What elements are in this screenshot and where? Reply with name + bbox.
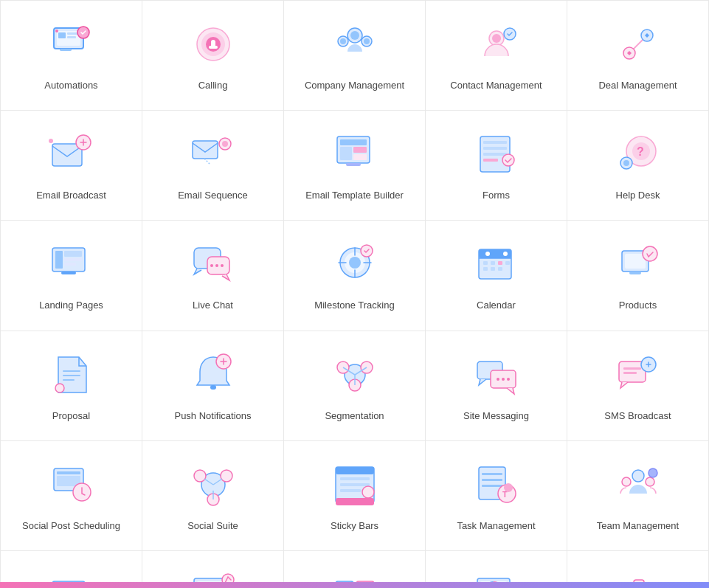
- grid-item-deal-management[interactable]: Deal Management: [567, 1, 709, 111]
- svg-rect-48: [55, 251, 63, 269]
- grid-item-sms-broadcast[interactable]: SMS Broadcast: [567, 331, 709, 441]
- grid-item-social-post-scheduling[interactable]: Social Post Scheduling: [1, 441, 142, 551]
- svg-rect-49: [64, 251, 82, 257]
- svg-rect-72: [491, 267, 495, 271]
- svg-rect-67: [483, 261, 488, 265]
- svg-rect-32: [340, 147, 352, 160]
- svg-rect-40: [483, 159, 498, 162]
- live-chat-label: Live Chat: [193, 299, 233, 312]
- grid-item-segmentation[interactable]: Segmentation: [284, 331, 426, 441]
- grid-item-landing-pages[interactable]: Landing Pages: [1, 221, 142, 331]
- automations-icon: [46, 18, 97, 70]
- svg-rect-118: [482, 485, 502, 487]
- svg-point-114: [362, 486, 374, 498]
- grid-item-proposal[interactable]: Proposal: [1, 331, 142, 441]
- grid-item-help-desk[interactable]: ? Help Desk: [567, 111, 709, 221]
- task-management-label: Task Management: [457, 519, 535, 533]
- products-label: Products: [619, 299, 657, 312]
- svg-point-95: [507, 378, 510, 381]
- milestone-tracking-label: Milestone Tracking: [314, 299, 394, 312]
- svg-point-18: [364, 38, 370, 44]
- grid-item-site-messaging[interactable]: Site Messaging: [426, 331, 567, 441]
- svg-rect-112: [340, 483, 370, 486]
- team-management-label: Team Management: [597, 519, 679, 533]
- svg-rect-99: [623, 372, 637, 374]
- svg-rect-77: [629, 271, 641, 274]
- sticky-bars-icon: [329, 459, 381, 511]
- segmentation-icon: [329, 349, 381, 401]
- svg-rect-50: [64, 258, 82, 261]
- contact-management-label: Contact Management: [450, 79, 542, 92]
- svg-rect-69: [498, 261, 502, 265]
- help-desk-label: Help Desk: [616, 189, 660, 202]
- svg-point-76: [643, 246, 657, 261]
- grid-item-automations[interactable]: Automations: [1, 1, 142, 111]
- svg-rect-51: [64, 263, 76, 266]
- sms-broadcast-label: SMS Broadcast: [604, 409, 671, 423]
- svg-rect-73: [498, 267, 502, 271]
- proposal-icon: [46, 349, 97, 401]
- bottom-bar: [0, 582, 709, 588]
- grid-item-email-sequence[interactable]: Email Sequence: [142, 111, 284, 221]
- grid-item-products[interactable]: Products: [567, 221, 709, 331]
- forms-icon: [471, 128, 522, 180]
- deal-management-label: Deal Management: [598, 79, 677, 92]
- grid-item-sticky-bars[interactable]: Sticky Bars: [284, 441, 426, 551]
- svg-rect-116: [482, 473, 502, 475]
- svg-rect-70: [505, 261, 510, 265]
- svg-rect-101: [57, 471, 80, 474]
- grid-item-push-notifications[interactable]: Push Notifications: [142, 331, 284, 441]
- svg-point-46: [623, 160, 629, 166]
- svg-point-55: [210, 264, 213, 267]
- svg-rect-12: [209, 46, 218, 49]
- site-messaging-label: Site Messaging: [463, 409, 529, 423]
- svg-rect-79: [63, 375, 80, 376]
- grid-item-email-broadcast[interactable]: Email Broadcast: [1, 111, 142, 221]
- svg-point-123: [622, 477, 631, 486]
- svg-rect-117: [482, 479, 502, 481]
- sms-broadcast-icon: [612, 349, 664, 401]
- svg-rect-80: [63, 379, 75, 381]
- grid-item-team-management[interactable]: Team Management: [567, 441, 709, 551]
- grid-item-company-management[interactable]: Company Management: [284, 1, 426, 111]
- svg-rect-37: [483, 141, 507, 144]
- svg-point-66: [503, 252, 508, 256]
- contact-management-icon: [471, 18, 522, 70]
- help-desk-icon: ?: [612, 128, 664, 180]
- svg-point-105: [194, 470, 206, 482]
- grid-item-calendar[interactable]: Calendar: [426, 221, 567, 331]
- email-template-builder-label: Email Template Builder: [305, 189, 404, 202]
- email-broadcast-label: Email Broadcast: [36, 189, 106, 202]
- social-post-scheduling-icon: [46, 459, 97, 511]
- grid-item-email-template-builder[interactable]: Email Template Builder: [284, 111, 426, 221]
- grid-item-live-chat[interactable]: Live Chat: [142, 221, 284, 331]
- svg-rect-34: [353, 154, 367, 160]
- grid-item-calling[interactable]: Calling: [142, 1, 284, 111]
- task-management-icon: T: [471, 459, 522, 511]
- grid-item-milestone-tracking[interactable]: Milestone Tracking: [284, 221, 426, 331]
- svg-point-125: [649, 468, 657, 477]
- svg-rect-113: [340, 489, 361, 492]
- products-grid: Automations Calling Company Management C…: [0, 0, 709, 588]
- sticky-bars-label: Sticky Bars: [331, 519, 378, 533]
- social-post-scheduling-label: Social Post Scheduling: [22, 519, 120, 533]
- email-template-builder-icon: [329, 128, 381, 180]
- company-management-label: Company Management: [305, 79, 404, 92]
- live-chat-icon: [187, 238, 239, 290]
- svg-rect-35: [346, 163, 361, 166]
- calendar-label: Calendar: [477, 299, 516, 312]
- svg-rect-39: [483, 153, 507, 156]
- landing-pages-label: Landing Pages: [39, 299, 103, 312]
- svg-text:?: ?: [637, 145, 644, 158]
- proposal-label: Proposal: [52, 409, 90, 423]
- grid-item-social-suite[interactable]: Social Suite: [142, 441, 284, 551]
- svg-point-124: [646, 477, 654, 486]
- grid-item-contact-management[interactable]: Contact Management: [426, 1, 567, 111]
- email-sequence-label: Email Sequence: [178, 189, 248, 202]
- company-management-icon: [329, 18, 381, 70]
- grid-item-task-management[interactable]: T Task Management: [426, 441, 567, 551]
- svg-point-56: [215, 264, 218, 267]
- svg-rect-4: [67, 36, 76, 38]
- push-notifications-icon: [187, 349, 239, 401]
- grid-item-forms[interactable]: Forms: [426, 111, 567, 221]
